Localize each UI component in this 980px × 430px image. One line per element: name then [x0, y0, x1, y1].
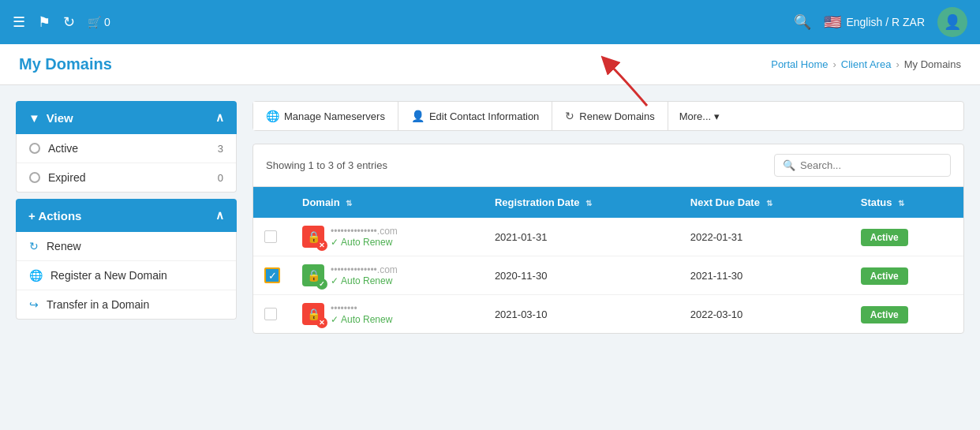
- sidebar: ▼ View ∧ Active 3 Expired: [16, 101, 237, 320]
- edit-contact-button[interactable]: 👤 Edit Contact Information: [398, 102, 552, 130]
- row3-auto-renew: ✓ Auto Renew: [331, 314, 392, 325]
- language-selector[interactable]: 🇺🇸 English / R ZAR: [824, 13, 925, 31]
- action-transfer[interactable]: ↪ Transfer in a Domain: [17, 290, 236, 319]
- table-header-row: Domain ⇅ Registration Date ⇅ Next Due Da…: [253, 187, 963, 218]
- row2-checkbox[interactable]: ✓: [264, 267, 280, 283]
- flag-icon[interactable]: ⚑: [38, 13, 50, 31]
- filter-expired[interactable]: Expired 0: [17, 163, 236, 192]
- due-sort-icon: ⇅: [766, 199, 772, 208]
- filter-expired-count: 0: [218, 172, 223, 184]
- page-title: My Domains: [19, 55, 112, 73]
- table-controls: Showing 1 to 3 of 3 entries 🔍: [253, 144, 963, 187]
- row1-status-badge: Active: [861, 229, 908, 246]
- manage-nameservers-label: Manage Nameservers: [284, 110, 385, 122]
- col-reg-date[interactable]: Registration Date ⇅: [484, 187, 679, 218]
- row2-status-badge: Active: [861, 267, 908, 285]
- breadcrumb-sep1: ›: [832, 58, 836, 70]
- actions-section: + Actions ∧ ↻ Renew 🌐 Register a New Dom…: [16, 199, 237, 320]
- row1-due-date: 2022-01-31: [679, 218, 850, 256]
- actions-header[interactable]: + Actions ∧: [16, 199, 237, 232]
- row1-checkbox[interactable]: [264, 230, 277, 243]
- cart-icon[interactable]: 🛒 0: [88, 16, 110, 28]
- row1-x-badge: ✕: [316, 240, 327, 251]
- row3-reg-date: 2021-03-10: [484, 295, 679, 334]
- row2-lock-icon: 🔒 ✓: [302, 264, 324, 286]
- row1-domain-name[interactable]: ••••••••••••••.com: [331, 226, 398, 237]
- menu-icon[interactable]: ☰: [13, 13, 25, 31]
- top-navigation: ☰ ⚑ ↻ 🛒 0 🔍 🇺🇸 English / R ZAR 👤: [0, 0, 980, 44]
- filter-active[interactable]: Active 3: [17, 134, 236, 163]
- row2-reg-date: 2020-11-30: [484, 256, 679, 295]
- row1-lock-icon: 🔒 ✕: [302, 226, 324, 248]
- actions-header-left: + Actions: [28, 209, 81, 222]
- contact-icon: 👤: [411, 110, 425, 122]
- more-label: More...: [679, 110, 711, 122]
- table-section: Showing 1 to 3 of 3 entries 🔍 Domain ⇅: [252, 144, 964, 334]
- filter-active-label: Active: [48, 142, 78, 155]
- search-box-icon: 🔍: [783, 159, 795, 171]
- reg-sort-icon: ⇅: [585, 199, 592, 208]
- transfer-icon: ↪: [29, 298, 39, 311]
- search-icon[interactable]: 🔍: [794, 13, 811, 31]
- filter-expired-left: Expired: [29, 171, 85, 184]
- row3-domain-name[interactable]: ••••••••: [331, 303, 392, 314]
- row3-domain-cell: 🔒 ✕ •••••••• ✓ Auto Renew: [291, 295, 484, 334]
- row1-status: Active: [850, 218, 963, 256]
- action-register[interactable]: 🌐 Register a New Domain: [17, 261, 236, 290]
- row1-domain: 🔒 ✕ ••••••••••••••.com ✓ Auto Renew: [302, 226, 473, 248]
- chevron-up-icon: ∧: [215, 110, 224, 125]
- breadcrumb-portal-home[interactable]: Portal Home: [771, 58, 828, 70]
- radio-active: [29, 143, 40, 154]
- search-input[interactable]: [800, 159, 942, 171]
- renew-domains-label: Renew Domains: [579, 110, 654, 122]
- globe-btn-icon: 🌐: [266, 110, 279, 122]
- dropdown-icon: ▾: [714, 110, 720, 122]
- row1-checkbox-cell: [253, 218, 291, 256]
- row3-x-badge: ✕: [316, 317, 327, 328]
- actions-body: ↻ Renew 🌐 Register a New Domain ↪ Transf…: [16, 232, 237, 320]
- breadcrumb-current: My Domains: [904, 58, 961, 70]
- col-domain[interactable]: Domain ⇅: [291, 187, 484, 218]
- row2-check-badge: ✓: [316, 279, 327, 290]
- action-transfer-label: Transfer in a Domain: [47, 298, 149, 311]
- row2-domain-info: ••••••••••••••.com ✓ Auto Renew: [331, 264, 398, 286]
- row2-domain-name[interactable]: ••••••••••••••.com: [331, 264, 398, 275]
- table-row: 🔒 ✕ ••••••••••••••.com ✓ Auto Renew: [253, 218, 963, 256]
- view-header-left: ▼ View: [28, 111, 73, 125]
- row3-domain: 🔒 ✕ •••••••• ✓ Auto Renew: [302, 303, 473, 325]
- row1-domain-cell: 🔒 ✕ ••••••••••••••.com ✓ Auto Renew: [291, 218, 484, 256]
- row3-lock-icon: 🔒 ✕: [302, 303, 324, 325]
- filter-icon: ▼: [28, 111, 40, 125]
- edit-contact-label: Edit Contact Information: [429, 110, 539, 122]
- globe-icon: 🌐: [29, 269, 43, 282]
- page-header: My Domains Portal Home › Client Area › M…: [0, 44, 980, 85]
- plus-icon: +: [28, 209, 36, 222]
- row3-domain-info: •••••••• ✓ Auto Renew: [331, 303, 392, 325]
- topnav-right: 🔍 🇺🇸 English / R ZAR 👤: [794, 7, 967, 37]
- domain-sort-icon: ⇅: [346, 199, 352, 208]
- view-section: ▼ View ∧ Active 3 Expired: [16, 101, 237, 193]
- manage-nameservers-button[interactable]: 🌐 Manage Nameservers: [253, 102, 398, 130]
- view-header[interactable]: ▼ View ∧: [16, 101, 237, 134]
- breadcrumb: Portal Home › Client Area › My Domains: [771, 58, 961, 70]
- renew-domains-button[interactable]: ↻ Renew Domains: [552, 102, 668, 130]
- col-due-date[interactable]: Next Due Date ⇅: [679, 187, 850, 218]
- table-row: ✓ 🔒 ✓ ••••••••••••••.com: [253, 256, 963, 295]
- actions-chevron-icon: ∧: [215, 208, 224, 222]
- row2-auto-renew: ✓ Auto Renew: [331, 275, 398, 286]
- language-label: English / R ZAR: [846, 16, 925, 28]
- action-renew[interactable]: ↻ Renew: [17, 232, 236, 261]
- showing-text: Showing 1 to 3 of 3 entries: [266, 159, 387, 171]
- refresh-icon[interactable]: ↻: [63, 13, 75, 31]
- col-checkbox: [253, 187, 291, 218]
- row3-checkbox[interactable]: [264, 308, 277, 320]
- more-button[interactable]: More... ▾: [668, 102, 731, 130]
- main-layout: ▼ View ∧ Active 3 Expired: [0, 85, 980, 350]
- col-status[interactable]: Status ⇅: [850, 187, 963, 218]
- user-avatar[interactable]: 👤: [937, 7, 967, 37]
- action-renew-label: Renew: [47, 240, 81, 252]
- table-row: 🔒 ✕ •••••••• ✓ Auto Renew: [253, 295, 963, 334]
- breadcrumb-client-area[interactable]: Client Area: [841, 58, 892, 70]
- topnav-left: ☰ ⚑ ↻ 🛒 0: [13, 13, 110, 31]
- radio-expired: [29, 172, 40, 183]
